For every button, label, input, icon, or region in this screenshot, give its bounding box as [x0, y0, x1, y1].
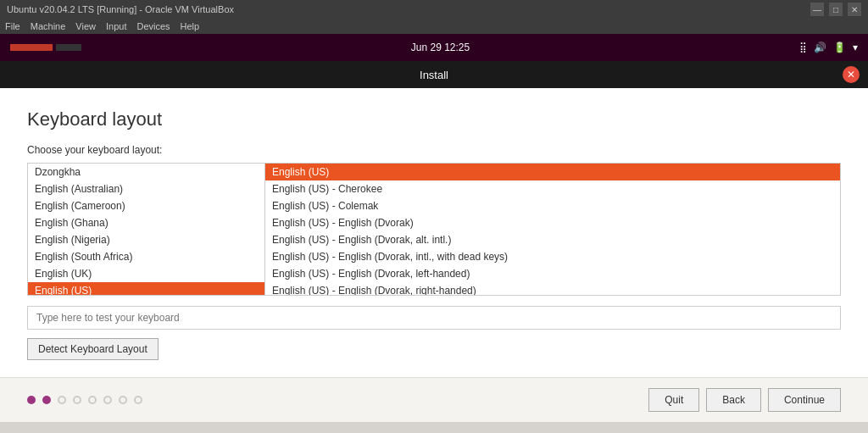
dot-7 — [119, 396, 127, 404]
page-title: Keyboard layout — [27, 108, 841, 130]
list-item[interactable]: English (US) - Colemak — [265, 197, 840, 214]
install-close-button[interactable]: ✕ — [843, 66, 860, 83]
detect-keyboard-layout-button[interactable]: Detect Keyboard Layout — [27, 338, 159, 360]
menu-help[interactable]: Help — [181, 21, 200, 31]
right-variant-list[interactable]: English (US) English (US) - Cherokee Eng… — [265, 164, 840, 295]
dot-5 — [88, 396, 97, 404]
list-item[interactable]: English (US) - English (Dvorak) — [265, 214, 840, 231]
list-item[interactable]: English (Nigeria) — [28, 231, 264, 248]
menu-file[interactable]: File — [5, 21, 20, 31]
list-item-selected[interactable]: English (US) — [265, 164, 840, 180]
menu-view[interactable]: View — [75, 21, 96, 31]
list-item[interactable]: English (US) - English (Dvorak, right-ha… — [265, 282, 840, 295]
ubuntu-topbar: Jun 29 12:25 ⣿ 🔊 🔋 ▾ — [0, 34, 868, 61]
list-item[interactable]: English (UK) — [28, 265, 264, 282]
back-button[interactable]: Back — [706, 388, 761, 412]
dot-2 — [42, 396, 51, 404]
window-title: Ubuntu v20.04.2 LTS [Running] - Oracle V… — [7, 4, 234, 14]
ubuntu-topbar-right: ⣿ 🔊 🔋 ▾ — [799, 42, 858, 53]
keyboard-test-input[interactable] — [27, 306, 841, 330]
bottom-bar: Quit Back Continue — [0, 377, 868, 422]
list-item[interactable]: English (US) - English (Dvorak, left-han… — [265, 265, 840, 282]
dot-6 — [103, 396, 112, 404]
choose-label: Choose your keyboard layout: — [27, 144, 841, 156]
continue-button[interactable]: Continue — [768, 388, 841, 412]
menu-devices[interactable]: Devices — [136, 21, 170, 31]
volume-icon: 🔊 — [814, 42, 826, 53]
ubuntu-logo-bar2 — [56, 44, 81, 51]
ubuntu-logo-bar — [10, 44, 53, 51]
window-controls: — □ ✕ — [810, 3, 861, 16]
nav-buttons: Quit Back Continue — [648, 388, 841, 412]
list-item[interactable]: English (Ghana) — [28, 214, 264, 231]
maximize-button[interactable]: □ — [829, 3, 843, 16]
install-title: Install — [420, 69, 448, 81]
dot-8 — [134, 396, 142, 404]
close-button[interactable]: ✕ — [848, 3, 861, 16]
list-item[interactable]: English (Australian) — [28, 180, 264, 197]
ubuntu-time: Jun 29 12:25 — [411, 42, 470, 53]
list-item[interactable]: Dzongkha — [28, 164, 264, 180]
list-item-selected[interactable]: English (US) — [28, 282, 264, 295]
menubar: File Machine View Input Devices Help — [0, 19, 868, 34]
network-icon: ⣿ — [799, 42, 807, 53]
minimize-button[interactable]: — — [810, 3, 824, 16]
titlebar: Ubuntu v20.04.2 LTS [Running] - Oracle V… — [0, 0, 868, 19]
list-item[interactable]: English (South Africa) — [28, 248, 264, 265]
dot-3 — [58, 396, 66, 404]
menu-input[interactable]: Input — [106, 21, 126, 31]
vm-outer: Jun 29 12:25 ⣿ 🔊 🔋 ▾ Install ✕ Keyboard … — [0, 34, 868, 422]
list-item[interactable]: English (US) - English (Dvorak, alt. int… — [265, 231, 840, 248]
ubuntu-topbar-left — [10, 44, 81, 51]
menu-arrow-icon: ▾ — [853, 42, 858, 53]
list-item[interactable]: English (US) - Cherokee — [265, 180, 840, 197]
left-language-list[interactable]: Dzongkha English (Australian) English (C… — [28, 164, 265, 295]
menu-machine[interactable]: Machine — [31, 21, 66, 31]
quit-button[interactable]: Quit — [648, 388, 699, 412]
install-bar: Install ✕ — [0, 61, 868, 88]
keyboard-layout-container: Dzongkha English (Australian) English (C… — [27, 163, 841, 296]
list-item[interactable]: English (Cameroon) — [28, 197, 264, 214]
list-item[interactable]: English (US) - English (Dvorak, intl., w… — [265, 248, 840, 265]
dot-1 — [27, 396, 36, 404]
content-area: Keyboard layout Choose your keyboard lay… — [0, 88, 868, 377]
dot-4 — [73, 396, 81, 404]
progress-dots — [27, 396, 142, 404]
battery-icon: 🔋 — [833, 42, 846, 53]
